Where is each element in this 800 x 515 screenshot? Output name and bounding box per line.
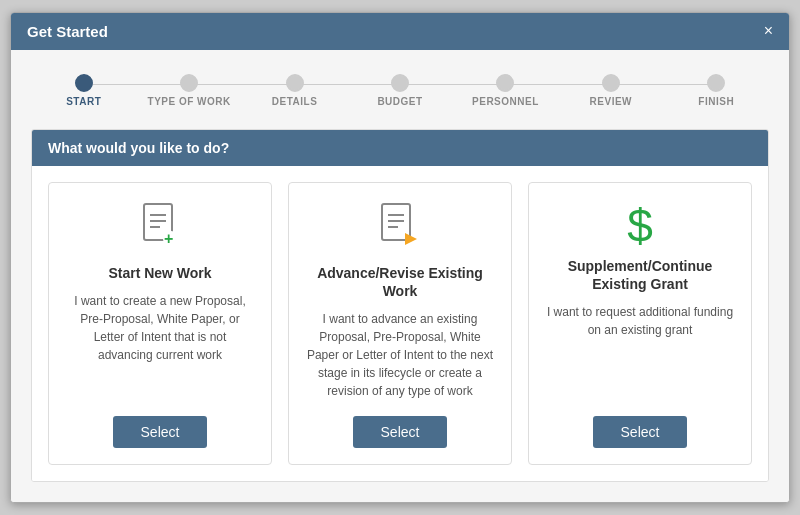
card-advance-revise: Advance/Revise Existing Work I want to a…	[288, 182, 512, 465]
step-label-details: DETAILS	[272, 96, 318, 107]
card-new-work-desc: I want to create a new Proposal, Pre-Pro…	[65, 292, 255, 400]
step-type-of-work: TYPE OF WORK	[136, 74, 241, 107]
get-started-modal: Get Started × START TYPE OF WORK DETAILS…	[10, 12, 790, 503]
card-advance-revise-title: Advance/Revise Existing Work	[305, 264, 495, 300]
step-label-finish: FINISH	[698, 96, 734, 107]
card-advance-revise-desc: I want to advance an existing Proposal, …	[305, 310, 495, 400]
doc-plus-icon: +	[141, 203, 179, 256]
step-details: DETAILS	[242, 74, 347, 107]
step-label-budget: BUDGET	[377, 96, 422, 107]
select-advance-revise-button[interactable]: Select	[353, 416, 448, 448]
card-supplement-title: Supplement/Continue Existing Grant	[545, 257, 735, 293]
step-dot-start	[75, 74, 93, 92]
select-new-work-button[interactable]: Select	[113, 416, 208, 448]
step-dot-details	[286, 74, 304, 92]
step-finish: FINISH	[664, 74, 769, 107]
cards-container: + Start New Work I want to create a new …	[32, 166, 768, 481]
step-start: START	[31, 74, 136, 107]
dollar-icon: $	[627, 203, 653, 249]
step-dot-review	[602, 74, 620, 92]
step-label-personnel: PERSONNEL	[472, 96, 539, 107]
step-dot-personnel	[496, 74, 514, 92]
content-area: What would you like to do? +	[31, 129, 769, 482]
modal-title: Get Started	[27, 23, 108, 40]
card-supplement: $ Supplement/Continue Existing Grant I w…	[528, 182, 752, 465]
step-label-start: START	[66, 96, 101, 107]
card-new-work-title: Start New Work	[108, 264, 211, 282]
svg-text:+: +	[164, 230, 173, 247]
content-header: What would you like to do?	[32, 130, 768, 166]
close-button[interactable]: ×	[764, 23, 773, 39]
step-label-type-of-work: TYPE OF WORK	[148, 96, 231, 107]
select-supplement-button[interactable]: Select	[593, 416, 688, 448]
step-dot-budget	[391, 74, 409, 92]
step-dot-finish	[707, 74, 725, 92]
step-personnel: PERSONNEL	[453, 74, 558, 107]
card-supplement-desc: I want to request additional funding on …	[545, 303, 735, 400]
stepper: START TYPE OF WORK DETAILS BUDGET PERSON…	[31, 66, 769, 111]
card-new-work: + Start New Work I want to create a new …	[48, 182, 272, 465]
step-budget: BUDGET	[347, 74, 452, 107]
modal-body: START TYPE OF WORK DETAILS BUDGET PERSON…	[11, 50, 789, 502]
step-review: REVIEW	[558, 74, 663, 107]
doc-arrow-icon	[379, 203, 421, 256]
step-label-review: REVIEW	[590, 96, 632, 107]
modal-header: Get Started ×	[11, 13, 789, 50]
step-dot-type-of-work	[180, 74, 198, 92]
